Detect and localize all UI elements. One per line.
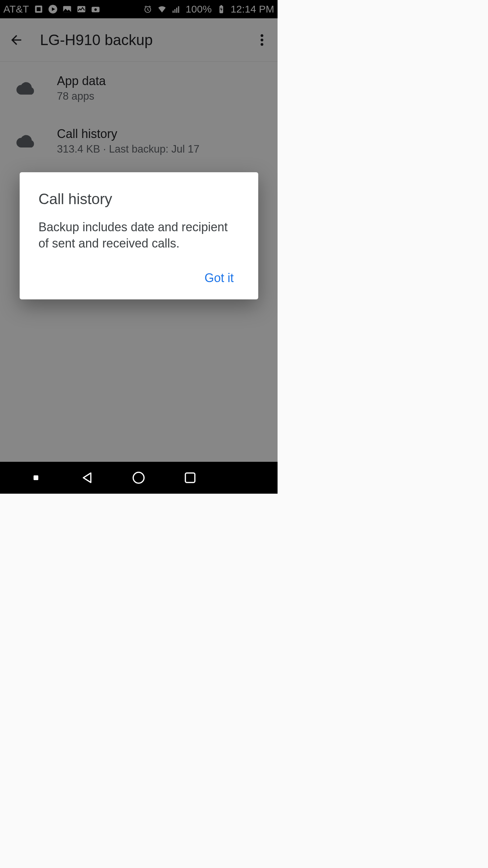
nav-home-button[interactable]	[125, 468, 152, 488]
svg-rect-18	[185, 473, 195, 482]
triangle-left-icon	[81, 471, 94, 485]
dialog-body: Backup includes date and recipient of se…	[39, 219, 241, 251]
dialog-actions: Got it	[39, 266, 241, 290]
nav-recents-button[interactable]	[177, 468, 204, 488]
nav-pill-icon	[34, 475, 38, 480]
dialog-title: Call history	[39, 191, 241, 208]
system-nav-bar	[0, 462, 278, 494]
nav-back-button[interactable]	[74, 468, 101, 488]
dialog-call-history: Call history Backup includes date and re…	[20, 172, 258, 299]
svg-point-17	[133, 472, 144, 483]
square-icon	[183, 471, 197, 485]
modal-scrim[interactable]: Call history Backup includes date and re…	[0, 0, 278, 494]
nav-pill-button[interactable]	[22, 468, 49, 488]
circle-icon	[132, 471, 145, 485]
got-it-button[interactable]: Got it	[198, 266, 240, 290]
